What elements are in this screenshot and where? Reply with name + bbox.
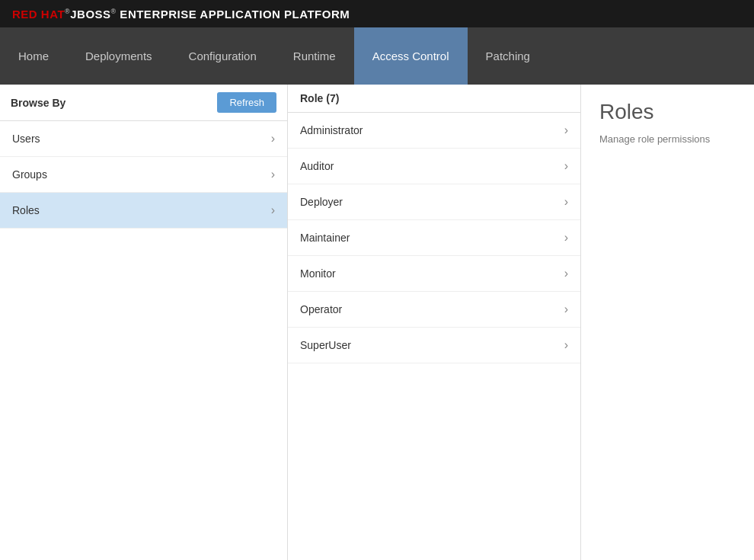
role-label-administrator: Administrator <box>300 124 363 136</box>
main-content: Browse By Refresh Users › Groups › Roles… <box>0 85 754 560</box>
browse-by-title: Browse By <box>11 97 65 109</box>
roles-title: Roles <box>599 100 736 124</box>
nav-bar: Home Deployments Configuration Runtime A… <box>0 27 754 85</box>
chevron-icon-monitor: › <box>564 267 568 280</box>
brand-jboss: JBOSS <box>70 8 110 21</box>
role-label-superuser: SuperUser <box>300 339 351 351</box>
refresh-button[interactable]: Refresh <box>217 92 276 113</box>
chevron-icon-groups: › <box>271 168 275 181</box>
role-item-operator[interactable]: Operator › <box>288 292 580 328</box>
browse-item-groups[interactable]: Groups › <box>0 157 287 193</box>
nav-item-home[interactable]: Home <box>0 27 67 85</box>
browse-item-roles[interactable]: Roles › <box>0 193 287 229</box>
nav-item-runtime[interactable]: Runtime <box>275 27 354 85</box>
right-panel: Roles Manage role permissions <box>581 85 754 560</box>
chevron-icon-operator: › <box>564 302 568 316</box>
role-item-deployer[interactable]: Deployer › <box>288 184 580 220</box>
browse-item-users[interactable]: Users › <box>0 121 287 157</box>
browse-item-users-label: Users <box>12 133 40 145</box>
chevron-icon-superuser: › <box>564 338 568 352</box>
nav-item-configuration[interactable]: Configuration <box>171 27 275 85</box>
chevron-icon-auditor: › <box>564 159 568 173</box>
chevron-icon-users: › <box>271 132 275 146</box>
nav-item-access-control[interactable]: Access Control <box>354 27 468 85</box>
left-panel: Browse By Refresh Users › Groups › Roles… <box>0 85 288 560</box>
role-item-monitor[interactable]: Monitor › <box>288 256 580 292</box>
role-label-monitor: Monitor <box>300 267 336 280</box>
brand-rest: ENTERPRISE APPLICATION PLATFORM <box>117 8 350 21</box>
app-title: RED HAT®JBOSS® ENTERPRISE APPLICATION PL… <box>12 8 350 21</box>
role-item-superuser[interactable]: SuperUser › <box>288 328 580 363</box>
role-item-maintainer[interactable]: Maintainer › <box>288 220 580 256</box>
chevron-icon-maintainer: › <box>564 231 568 245</box>
role-item-administrator[interactable]: Administrator › <box>288 113 580 149</box>
role-label-maintainer: Maintainer <box>300 232 350 244</box>
chevron-icon-roles: › <box>271 203 275 217</box>
role-item-auditor[interactable]: Auditor › <box>288 149 580 184</box>
brand-red: RED HAT <box>12 8 65 21</box>
browse-by-header: Browse By Refresh <box>0 85 287 121</box>
nav-item-patching[interactable]: Patching <box>468 27 548 85</box>
chevron-icon-deployer: › <box>564 195 568 209</box>
chevron-icon-administrator: › <box>564 123 568 137</box>
roles-description: Manage role permissions <box>599 133 736 145</box>
role-label-deployer: Deployer <box>300 196 343 208</box>
middle-panel: Role (7) Administrator › Auditor › Deplo… <box>288 85 581 560</box>
role-label-operator: Operator <box>300 303 342 315</box>
nav-item-deployments[interactable]: Deployments <box>67 27 171 85</box>
top-header: RED HAT®JBOSS® ENTERPRISE APPLICATION PL… <box>0 0 754 27</box>
role-label-auditor: Auditor <box>300 160 334 172</box>
role-list-header: Role (7) <box>288 85 580 113</box>
browse-item-roles-label: Roles <box>12 204 40 216</box>
browse-item-groups-label: Groups <box>12 168 47 181</box>
